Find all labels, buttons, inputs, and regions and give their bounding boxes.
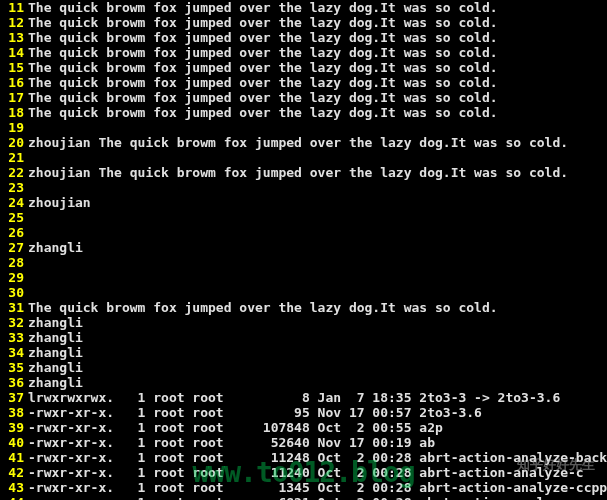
line-number: 34 — [0, 345, 28, 360]
line-number: 39 — [0, 420, 28, 435]
line-content: -rwxr-xr-x. 1 root root 11248 Oct 2 00:2… — [28, 450, 607, 465]
line-content: The quick browm fox jumped over the lazy… — [28, 45, 498, 60]
line-number: 17 — [0, 90, 28, 105]
line-number: 23 — [0, 180, 28, 195]
line-number: 22 — [0, 165, 28, 180]
terminal-line: 36zhangli — [0, 375, 607, 390]
terminal-line: 18The quick browm fox jumped over the la… — [0, 105, 607, 120]
terminal-line: 16The quick browm fox jumped over the la… — [0, 75, 607, 90]
terminal-line: 25 — [0, 210, 607, 225]
line-number: 21 — [0, 150, 28, 165]
terminal-line: 40-rwxr-xr-x. 1 root root 52640 Nov 17 0… — [0, 435, 607, 450]
terminal-line: 22zhoujian The quick browm fox jumped ov… — [0, 165, 607, 180]
line-number: 26 — [0, 225, 28, 240]
line-content: zhangli — [28, 375, 83, 390]
line-number: 19 — [0, 120, 28, 135]
line-content: The quick browm fox jumped over the lazy… — [28, 105, 498, 120]
line-number: 31 — [0, 300, 28, 315]
line-content: zhangli — [28, 345, 83, 360]
terminal-line: 12The quick browm fox jumped over the la… — [0, 15, 607, 30]
line-number: 43 — [0, 480, 28, 495]
line-content: The quick browm fox jumped over the lazy… — [28, 30, 498, 45]
line-number: 28 — [0, 255, 28, 270]
line-content: -rwxr-xr-x. 1 root root 107848 Oct 2 00:… — [28, 420, 443, 435]
line-number: 38 — [0, 405, 28, 420]
terminal-line: 14The quick browm fox jumped over the la… — [0, 45, 607, 60]
line-content: zhoujian The quick browm fox jumped over… — [28, 135, 568, 150]
line-number: 14 — [0, 45, 28, 60]
line-content: -rwxr-xr-x. 1 root root 1345 Oct 2 00:28… — [28, 480, 607, 495]
line-number: 44 — [0, 495, 28, 500]
terminal-line: 34zhangli — [0, 345, 607, 360]
line-number: 36 — [0, 375, 28, 390]
line-content: The quick browm fox jumped over the lazy… — [28, 90, 498, 105]
terminal-line: 37lrwxrwxrwx. 1 root root 8 Jan 7 18:35 … — [0, 390, 607, 405]
terminal-line: 43-rwxr-xr-x. 1 root root 1345 Oct 2 00:… — [0, 480, 607, 495]
line-content: The quick browm fox jumped over the lazy… — [28, 300, 498, 315]
line-number: 30 — [0, 285, 28, 300]
terminal-line: 24zhoujian — [0, 195, 607, 210]
terminal-line: 30 — [0, 285, 607, 300]
line-number: 32 — [0, 315, 28, 330]
line-number: 15 — [0, 60, 28, 75]
line-number: 27 — [0, 240, 28, 255]
terminal-line: 26 — [0, 225, 607, 240]
terminal-line: 27zhangli — [0, 240, 607, 255]
line-content: -rwxr-xr-x. 1 root root 6821 Oct 2 00:28… — [28, 495, 607, 500]
line-number: 20 — [0, 135, 28, 150]
line-number: 18 — [0, 105, 28, 120]
terminal-line: 41-rwxr-xr-x. 1 root root 11248 Oct 2 00… — [0, 450, 607, 465]
terminal-line: 33zhangli — [0, 330, 607, 345]
line-content: zhangli — [28, 240, 83, 255]
terminal-line: 19 — [0, 120, 607, 135]
line-content: zhoujian — [28, 195, 91, 210]
line-content: -rwxr-xr-x. 1 root root 52640 Nov 17 00:… — [28, 435, 435, 450]
line-number: 16 — [0, 75, 28, 90]
terminal-line: 23 — [0, 180, 607, 195]
terminal-line: 32zhangli — [0, 315, 607, 330]
terminal-line: 17The quick browm fox jumped over the la… — [0, 90, 607, 105]
terminal-line: 38-rwxr-xr-x. 1 root root 95 Nov 17 00:5… — [0, 405, 607, 420]
terminal-viewport[interactable]: 11The quick browm fox jumped over the la… — [0, 0, 607, 500]
terminal-line: 28 — [0, 255, 607, 270]
terminal-line: 13The quick browm fox jumped over the la… — [0, 30, 607, 45]
terminal-line: 20zhoujian The quick browm fox jumped ov… — [0, 135, 607, 150]
line-number: 41 — [0, 450, 28, 465]
line-content: zhangli — [28, 330, 83, 345]
line-number: 24 — [0, 195, 28, 210]
line-content: lrwxrwxrwx. 1 root root 8 Jan 7 18:35 2t… — [28, 390, 560, 405]
line-content: -rwxr-xr-x. 1 root root 95 Nov 17 00:57 … — [28, 405, 482, 420]
terminal-line: 11The quick browm fox jumped over the la… — [0, 0, 607, 15]
line-number: 12 — [0, 15, 28, 30]
terminal-line: 35zhangli — [0, 360, 607, 375]
line-number: 42 — [0, 465, 28, 480]
terminal-line: 42-rwxr-xr-x. 1 root root 11240 Oct 2 00… — [0, 465, 607, 480]
terminal-line: 39-rwxr-xr-x. 1 root root 107848 Oct 2 0… — [0, 420, 607, 435]
terminal-line: 31The quick browm fox jumped over the la… — [0, 300, 607, 315]
line-content: zhangli — [28, 315, 83, 330]
line-content: zhoujian The quick browm fox jumped over… — [28, 165, 568, 180]
line-content: The quick browm fox jumped over the lazy… — [28, 75, 498, 90]
terminal-line: 15The quick browm fox jumped over the la… — [0, 60, 607, 75]
line-number: 29 — [0, 270, 28, 285]
line-number: 11 — [0, 0, 28, 15]
line-content: The quick browm fox jumped over the lazy… — [28, 15, 498, 30]
line-number: 13 — [0, 30, 28, 45]
line-content: The quick browm fox jumped over the lazy… — [28, 0, 498, 15]
line-content: The quick browm fox jumped over the lazy… — [28, 60, 498, 75]
line-number: 40 — [0, 435, 28, 450]
line-number: 35 — [0, 360, 28, 375]
line-content: -rwxr-xr-x. 1 root root 11240 Oct 2 00:2… — [28, 465, 584, 480]
terminal-line: 44-rwxr-xr-x. 1 root root 6821 Oct 2 00:… — [0, 495, 607, 500]
line-number: 25 — [0, 210, 28, 225]
line-number: 37 — [0, 390, 28, 405]
terminal-line: 21 — [0, 150, 607, 165]
line-content: zhangli — [28, 360, 83, 375]
terminal-line: 29 — [0, 270, 607, 285]
line-number: 33 — [0, 330, 28, 345]
